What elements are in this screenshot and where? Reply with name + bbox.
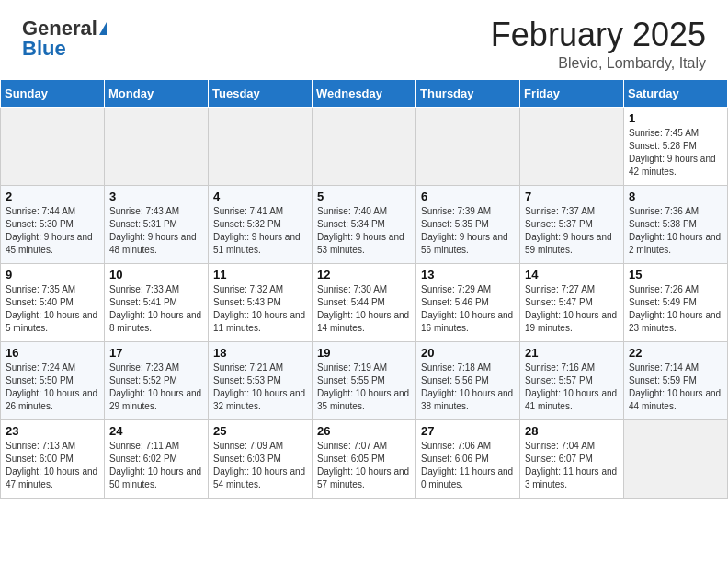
day-number: 1 — [629, 111, 722, 125]
day-number: 19 — [317, 346, 411, 360]
calendar-cell: 12Sunrise: 7:30 AM Sunset: 5:44 PM Dayli… — [313, 263, 416, 341]
day-info: Sunrise: 7:21 AM Sunset: 5:53 PM Dayligh… — [213, 362, 307, 413]
weekday-header-tuesday: Tuesday — [209, 79, 313, 107]
day-number: 5 — [317, 190, 411, 203]
day-number: 9 — [6, 268, 99, 282]
calendar-cell — [209, 107, 313, 185]
day-info: Sunrise: 7:14 AM Sunset: 5:59 PM Dayligh… — [629, 362, 722, 413]
calendar-week-2: 9Sunrise: 7:35 AM Sunset: 5:40 PM Daylig… — [1, 263, 728, 341]
day-number: 3 — [109, 190, 203, 203]
day-info: Sunrise: 7:11 AM Sunset: 6:02 PM Dayligh… — [109, 440, 203, 491]
calendar-cell — [1, 107, 105, 185]
day-number: 21 — [525, 346, 619, 360]
calendar-cell: 20Sunrise: 7:18 AM Sunset: 5:56 PM Dayli… — [416, 341, 520, 419]
weekday-header-thursday: Thursday — [416, 79, 520, 107]
calendar-cell: 14Sunrise: 7:27 AM Sunset: 5:47 PM Dayli… — [520, 263, 624, 341]
page: General Blue February 2025 Blevio, Lomba… — [0, 0, 728, 563]
day-info: Sunrise: 7:06 AM Sunset: 6:06 PM Dayligh… — [421, 440, 515, 491]
calendar-cell: 9Sunrise: 7:35 AM Sunset: 5:40 PM Daylig… — [1, 263, 105, 341]
day-info: Sunrise: 7:26 AM Sunset: 5:49 PM Dayligh… — [629, 283, 722, 335]
weekday-header-sunday: Sunday — [1, 79, 105, 107]
calendar-cell: 18Sunrise: 7:21 AM Sunset: 5:53 PM Dayli… — [209, 341, 313, 419]
day-info: Sunrise: 7:43 AM Sunset: 5:31 PM Dayligh… — [109, 205, 203, 257]
calendar-cell: 4Sunrise: 7:41 AM Sunset: 5:32 PM Daylig… — [209, 185, 313, 263]
calendar-cell: 13Sunrise: 7:29 AM Sunset: 5:46 PM Dayli… — [416, 263, 520, 341]
day-info: Sunrise: 7:32 AM Sunset: 5:43 PM Dayligh… — [213, 283, 307, 335]
calendar-cell: 16Sunrise: 7:24 AM Sunset: 5:50 PM Dayli… — [1, 341, 105, 419]
day-info: Sunrise: 7:40 AM Sunset: 5:34 PM Dayligh… — [317, 205, 411, 257]
day-number: 14 — [525, 268, 619, 282]
day-number: 16 — [6, 346, 99, 360]
day-number: 23 — [6, 424, 99, 438]
calendar-cell: 23Sunrise: 7:13 AM Sunset: 6:00 PM Dayli… — [1, 419, 105, 498]
logo: General Blue — [22, 17, 107, 61]
calendar-cell: 10Sunrise: 7:33 AM Sunset: 5:41 PM Dayli… — [105, 263, 209, 341]
calendar-cell: 6Sunrise: 7:39 AM Sunset: 5:35 PM Daylig… — [416, 185, 520, 263]
day-info: Sunrise: 7:23 AM Sunset: 5:52 PM Dayligh… — [109, 362, 203, 413]
calendar-cell — [313, 107, 416, 185]
calendar-cell: 8Sunrise: 7:36 AM Sunset: 5:38 PM Daylig… — [624, 185, 728, 263]
day-number: 7 — [525, 190, 619, 203]
day-info: Sunrise: 7:41 AM Sunset: 5:32 PM Dayligh… — [213, 205, 307, 257]
day-info: Sunrise: 7:33 AM Sunset: 5:41 PM Dayligh… — [109, 283, 203, 335]
day-number: 28 — [525, 424, 619, 438]
day-info: Sunrise: 7:16 AM Sunset: 5:57 PM Dayligh… — [525, 362, 619, 413]
calendar-week-4: 23Sunrise: 7:13 AM Sunset: 6:00 PM Dayli… — [1, 419, 728, 498]
day-info: Sunrise: 7:19 AM Sunset: 5:55 PM Dayligh… — [317, 362, 411, 413]
location-title: Blevio, Lombardy, Italy — [491, 55, 706, 72]
weekday-header-wednesday: Wednesday — [313, 79, 416, 107]
calendar-cell: 7Sunrise: 7:37 AM Sunset: 5:37 PM Daylig… — [520, 185, 624, 263]
weekday-header-saturday: Saturday — [624, 79, 728, 107]
calendar-cell: 25Sunrise: 7:09 AM Sunset: 6:03 PM Dayli… — [209, 419, 313, 498]
day-number: 27 — [421, 424, 515, 438]
day-number: 26 — [317, 424, 411, 438]
day-number: 12 — [317, 268, 411, 282]
day-info: Sunrise: 7:07 AM Sunset: 6:05 PM Dayligh… — [317, 440, 411, 491]
day-number: 20 — [421, 346, 515, 360]
day-info: Sunrise: 7:04 AM Sunset: 6:07 PM Dayligh… — [525, 440, 619, 491]
day-info: Sunrise: 7:18 AM Sunset: 5:56 PM Dayligh… — [421, 362, 515, 413]
day-number: 13 — [421, 268, 515, 282]
day-info: Sunrise: 7:09 AM Sunset: 6:03 PM Dayligh… — [213, 440, 307, 491]
calendar-cell: 24Sunrise: 7:11 AM Sunset: 6:02 PM Dayli… — [105, 419, 209, 498]
day-info: Sunrise: 7:24 AM Sunset: 5:50 PM Dayligh… — [6, 362, 99, 413]
day-number: 25 — [213, 424, 307, 438]
day-number: 4 — [213, 190, 307, 203]
calendar-week-0: 1Sunrise: 7:45 AM Sunset: 5:28 PM Daylig… — [1, 107, 728, 185]
day-info: Sunrise: 7:35 AM Sunset: 5:40 PM Dayligh… — [6, 283, 99, 335]
calendar-week-1: 2Sunrise: 7:44 AM Sunset: 5:30 PM Daylig… — [1, 185, 728, 263]
day-number: 17 — [109, 346, 203, 360]
logo-triangle-icon — [99, 22, 107, 35]
title-block: February 2025 Blevio, Lombardy, Italy — [491, 17, 706, 72]
calendar-cell: 27Sunrise: 7:06 AM Sunset: 6:06 PM Dayli… — [416, 419, 520, 498]
calendar-cell: 5Sunrise: 7:40 AM Sunset: 5:34 PM Daylig… — [313, 185, 416, 263]
calendar-cell: 21Sunrise: 7:16 AM Sunset: 5:57 PM Dayli… — [520, 341, 624, 419]
day-info: Sunrise: 7:29 AM Sunset: 5:46 PM Dayligh… — [421, 283, 515, 335]
calendar-cell: 1Sunrise: 7:45 AM Sunset: 5:28 PM Daylig… — [624, 107, 728, 185]
day-number: 15 — [629, 268, 722, 282]
calendar-cell — [520, 107, 624, 185]
day-info: Sunrise: 7:36 AM Sunset: 5:38 PM Dayligh… — [629, 205, 722, 257]
calendar-cell — [624, 419, 728, 498]
day-number: 10 — [109, 268, 203, 282]
day-number: 24 — [109, 424, 203, 438]
header: General Blue February 2025 Blevio, Lomba… — [0, 0, 728, 79]
day-info: Sunrise: 7:13 AM Sunset: 6:00 PM Dayligh… — [6, 440, 99, 491]
calendar-cell: 19Sunrise: 7:19 AM Sunset: 5:55 PM Dayli… — [313, 341, 416, 419]
day-number: 2 — [6, 190, 99, 203]
weekday-header-monday: Monday — [105, 79, 209, 107]
calendar-cell: 26Sunrise: 7:07 AM Sunset: 6:05 PM Dayli… — [313, 419, 416, 498]
day-number: 8 — [629, 190, 722, 203]
calendar-cell: 3Sunrise: 7:43 AM Sunset: 5:31 PM Daylig… — [105, 185, 209, 263]
calendar-cell: 17Sunrise: 7:23 AM Sunset: 5:52 PM Dayli… — [105, 341, 209, 419]
calendar-table: SundayMondayTuesdayWednesdayThursdayFrid… — [0, 79, 728, 499]
logo-blue-text: Blue — [22, 37, 66, 61]
day-number: 11 — [213, 268, 307, 282]
calendar-week-3: 16Sunrise: 7:24 AM Sunset: 5:50 PM Dayli… — [1, 341, 728, 419]
day-info: Sunrise: 7:27 AM Sunset: 5:47 PM Dayligh… — [525, 283, 619, 335]
day-number: 22 — [629, 346, 722, 360]
day-number: 18 — [213, 346, 307, 360]
calendar-cell: 2Sunrise: 7:44 AM Sunset: 5:30 PM Daylig… — [1, 185, 105, 263]
day-info: Sunrise: 7:45 AM Sunset: 5:28 PM Dayligh… — [629, 127, 722, 178]
weekday-header-friday: Friday — [520, 79, 624, 107]
